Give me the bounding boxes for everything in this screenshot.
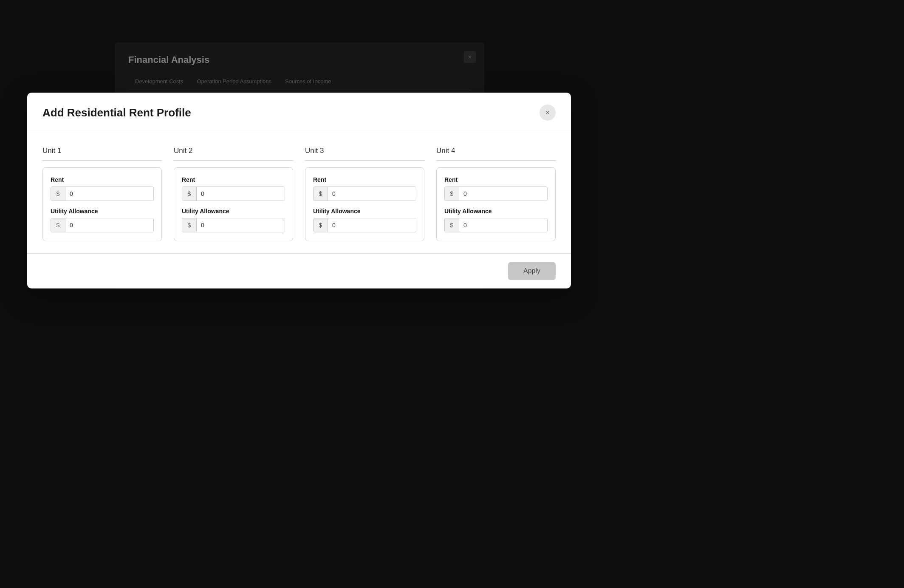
unit-1-rent-label: Rent <box>51 176 154 183</box>
unit-3-utility-group: Utility Allowance $ <box>313 208 416 232</box>
unit-4-rent-group: Rent $ <box>444 176 548 201</box>
unit-3-utility-prefix: $ <box>314 218 328 232</box>
unit-2-rent-prefix: $ <box>182 187 197 201</box>
unit-3-utility-label: Utility Allowance <box>313 208 416 215</box>
unit-4-utility-group: Utility Allowance $ <box>444 208 548 232</box>
unit-3-utility-input-wrapper: $ <box>313 218 416 232</box>
unit-4-rent-label: Rent <box>444 176 548 183</box>
unit-1-rent-input-wrapper: $ <box>51 187 154 201</box>
modal-footer: Apply <box>27 254 571 288</box>
overlay <box>0 0 904 588</box>
unit-4-rent-input[interactable] <box>459 187 547 201</box>
unit-4-rent-input-wrapper: $ <box>444 187 548 201</box>
unit-3-rent-group: Rent $ <box>313 176 416 201</box>
unit-4-utility-input-wrapper: $ <box>444 218 548 232</box>
unit-2-rent-input-wrapper: $ <box>182 187 285 201</box>
units-grid: Unit 1 Rent $ Utility Allowance $ <box>42 147 556 241</box>
unit-1-column: Unit 1 Rent $ Utility Allowance $ <box>42 147 162 241</box>
unit-4-rent-prefix: $ <box>445 187 459 201</box>
modal-header: Add Residential Rent Profile × <box>27 93 571 131</box>
unit-2-rent-group: Rent $ <box>182 176 285 201</box>
unit-4-column: Unit 4 Rent $ Utility Allowance $ <box>436 147 556 241</box>
unit-1-utility-prefix: $ <box>51 218 65 232</box>
unit-3-column: Unit 3 Rent $ Utility Allowance $ <box>305 147 424 241</box>
unit-1-rent-group: Rent $ <box>51 176 154 201</box>
unit-1-utility-input[interactable] <box>65 218 153 232</box>
unit-1-header: Unit 1 <box>42 147 162 161</box>
unit-3-rent-prefix: $ <box>314 187 328 201</box>
apply-button[interactable]: Apply <box>508 262 556 280</box>
unit-3-utility-input[interactable] <box>328 218 416 232</box>
unit-1-rent-prefix: $ <box>51 187 65 201</box>
modal-title: Add Residential Rent Profile <box>42 106 191 119</box>
unit-2-utility-group: Utility Allowance $ <box>182 208 285 232</box>
unit-2-utility-input-wrapper: $ <box>182 218 285 232</box>
modal-close-button[interactable]: × <box>540 105 556 121</box>
unit-4-utility-input[interactable] <box>459 218 547 232</box>
unit-2-column: Unit 2 Rent $ Utility Allowance $ <box>174 147 293 241</box>
unit-2-utility-label: Utility Allowance <box>182 208 285 215</box>
unit-2-header: Unit 2 <box>174 147 293 161</box>
unit-4-header: Unit 4 <box>436 147 556 161</box>
unit-2-utility-prefix: $ <box>182 218 197 232</box>
unit-1-utility-group: Utility Allowance $ <box>51 208 154 232</box>
unit-1-card: Rent $ Utility Allowance $ <box>42 167 162 241</box>
unit-4-utility-label: Utility Allowance <box>444 208 548 215</box>
unit-2-rent-input[interactable] <box>197 187 285 201</box>
unit-2-utility-input[interactable] <box>197 218 285 232</box>
add-rent-profile-modal: Add Residential Rent Profile × Unit 1 Re… <box>27 93 571 288</box>
unit-4-utility-prefix: $ <box>445 218 459 232</box>
unit-3-rent-label: Rent <box>313 176 416 183</box>
unit-1-utility-label: Utility Allowance <box>51 208 154 215</box>
unit-3-card: Rent $ Utility Allowance $ <box>305 167 424 241</box>
modal-body: Unit 1 Rent $ Utility Allowance $ <box>27 131 571 254</box>
unit-3-rent-input-wrapper: $ <box>313 187 416 201</box>
unit-4-card: Rent $ Utility Allowance $ <box>436 167 556 241</box>
unit-2-rent-label: Rent <box>182 176 285 183</box>
unit-3-header: Unit 3 <box>305 147 424 161</box>
unit-1-rent-input[interactable] <box>65 187 153 201</box>
unit-3-rent-input[interactable] <box>328 187 416 201</box>
unit-2-card: Rent $ Utility Allowance $ <box>174 167 293 241</box>
unit-1-utility-input-wrapper: $ <box>51 218 154 232</box>
